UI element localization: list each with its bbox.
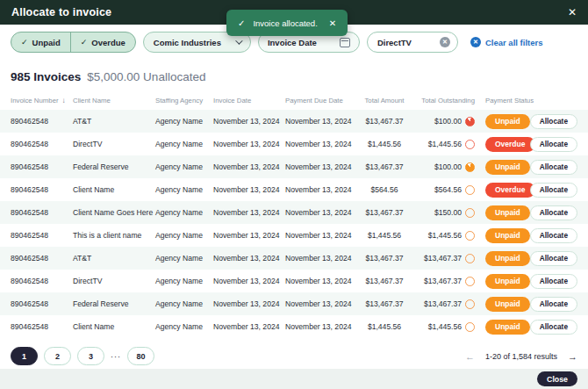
column-label: Invoice Number — [11, 97, 59, 104]
cell-invoice-number: 890462548 — [11, 231, 73, 240]
page-80-button[interactable]: 80 — [127, 347, 154, 365]
cell-invoice-date: November 13, 2024 — [213, 140, 285, 148]
cell-staffing-agency: Agency Name — [155, 140, 213, 148]
cell-total-amount: $1,445.56 — [357, 140, 412, 148]
cell-invoice-date: November 13, 2024 — [213, 185, 285, 194]
allocate-button[interactable]: Allocate — [530, 297, 577, 312]
cell-invoice-date: November 13, 2024 — [213, 322, 285, 331]
cell-total-outstanding: $1,445.56 — [412, 140, 475, 149]
cell-total-amount: $1,445.56 — [357, 322, 412, 331]
search-filter-chip[interactable]: DirectTV ✕ — [367, 32, 458, 53]
cell-client-name: AT&T — [73, 117, 155, 126]
table-row: 890462548 DirectTV Agency Name November … — [0, 270, 588, 292]
outstanding-value: $13,467.37 — [424, 254, 462, 263]
cell-payment-due-date: November 13, 2024 — [285, 185, 357, 194]
cell-invoice-number: 890462548 — [11, 299, 73, 308]
allocate-button[interactable]: Allocate — [530, 160, 577, 175]
outstanding-value: $564.56 — [434, 185, 462, 194]
status-badge: Unpaid — [485, 160, 530, 175]
page-ellipsis: ··· — [111, 352, 121, 361]
cell-invoice-number: 890462548 — [11, 162, 73, 171]
cell-payment-due-date: November 13, 2024 — [285, 322, 357, 331]
table-row: 890462548 Federal Reserve Agency Name No… — [0, 292, 588, 315]
column-client-name: Client Name — [73, 97, 155, 104]
outstanding-progress-icon — [465, 231, 475, 241]
unallocated-amount: $5,000.00 Unallocated — [87, 70, 205, 83]
close-button[interactable]: Close — [537, 371, 577, 386]
filter-unpaid[interactable]: ✓ Unpaid — [11, 32, 70, 52]
cell-allocate: Allocate — [541, 297, 577, 312]
outstanding-progress-icon — [465, 185, 475, 195]
cell-invoice-date: November 13, 2024 — [213, 254, 285, 263]
cell-payment-due-date: November 13, 2024 — [285, 117, 357, 126]
cell-invoice-number: 890462548 — [11, 277, 73, 285]
toast-close-icon[interactable]: ✕ — [329, 18, 336, 28]
allocate-button[interactable]: Allocate — [530, 274, 577, 289]
cell-payment-due-date: November 13, 2024 — [285, 277, 357, 285]
cell-payment-due-date: November 13, 2024 — [285, 299, 357, 308]
calendar-icon — [340, 38, 350, 47]
allocate-button[interactable]: Allocate — [530, 251, 577, 266]
allocate-button[interactable]: Allocate — [530, 320, 577, 335]
column-payment-due-date: Payment Due Date — [285, 97, 357, 104]
pagination: 1 2 3 ··· 80 ← 1-20 of 1,584 results → — [0, 338, 588, 365]
client-dropdown-value: Comic Industries — [154, 38, 221, 47]
cell-payment-due-date: November 13, 2024 — [285, 254, 357, 263]
cell-allocate: Allocate — [541, 251, 577, 266]
cell-total-outstanding: $100.00 — [412, 162, 475, 172]
cell-client-name: Client Name — [73, 185, 155, 194]
previous-page-icon[interactable]: ← — [465, 351, 475, 362]
clear-filters-label: Clear all filters — [485, 38, 542, 47]
cell-allocate: Allocate — [541, 320, 577, 335]
cell-total-amount: $13,467.37 — [357, 277, 412, 285]
allocate-button[interactable]: Allocate — [530, 137, 577, 152]
allocate-button[interactable]: Allocate — [530, 228, 577, 243]
allocate-button[interactable]: Allocate — [530, 205, 577, 220]
status-badge: Unpaid — [485, 274, 530, 289]
column-invoice-date: Invoice Date — [213, 97, 285, 104]
cell-total-outstanding: $150.00 — [412, 208, 475, 218]
outstanding-value: $1,445.56 — [428, 231, 462, 240]
invoice-summary: 985 Invoices $5,000.00 Unallocated — [0, 60, 588, 90]
outstanding-progress-icon — [465, 140, 475, 149]
clear-all-filters[interactable]: ✕ Clear all filters — [470, 37, 542, 47]
cell-client-name: Client Name — [73, 322, 155, 331]
results-count: 1-20 of 1,584 results — [485, 352, 557, 361]
cell-total-amount: $13,467.37 — [357, 117, 412, 126]
table-row: 890462548 AT&T Agency Name November 13, … — [0, 247, 588, 270]
allocate-button[interactable]: Allocate — [530, 183, 577, 198]
status-badge: Overdue — [485, 137, 535, 152]
cell-staffing-agency: Agency Name — [155, 208, 213, 217]
cell-staffing-agency: Agency Name — [155, 162, 213, 171]
table-row: 890462548 This is a client name Agency N… — [0, 224, 588, 247]
cell-staffing-agency: Agency Name — [155, 322, 213, 331]
cell-payment-due-date: November 13, 2024 — [285, 140, 357, 148]
cell-client-name: Federal Reserve — [73, 299, 155, 308]
page-2-button[interactable]: 2 — [44, 347, 71, 365]
modal-footer: Close — [0, 369, 588, 389]
table-row: 890462548 Federal Reserve Agency Name No… — [0, 155, 588, 178]
filter-overdue[interactable]: ✓ Overdue — [70, 32, 135, 52]
cell-invoice-date: November 13, 2024 — [213, 208, 285, 217]
cell-total-amount: $13,467.37 — [357, 208, 412, 217]
cell-staffing-agency: Agency Name — [155, 117, 213, 126]
outstanding-value: $13,467.37 — [424, 299, 462, 308]
page-1-button[interactable]: 1 — [11, 347, 38, 365]
cell-invoice-date: November 13, 2024 — [213, 299, 285, 308]
status-badge: Unpaid — [485, 228, 530, 243]
invoice-count: 985 Invoices — [11, 70, 81, 83]
next-page-icon[interactable]: → — [568, 351, 577, 362]
page-3-button[interactable]: 3 — [77, 347, 104, 365]
cell-invoice-number: 890462548 — [11, 208, 73, 217]
cell-invoice-date: November 13, 2024 — [213, 117, 285, 126]
modal-close-icon[interactable]: ✕ — [568, 7, 577, 18]
cell-invoice-number: 890462548 — [11, 185, 73, 194]
column-invoice-number[interactable]: Invoice Number ↓ — [11, 97, 73, 104]
cell-client-name: AT&T — [73, 254, 155, 263]
cell-total-amount: $13,467.37 — [357, 162, 412, 171]
cell-total-amount: $564.56 — [357, 185, 412, 194]
remove-filter-icon[interactable]: ✕ — [440, 37, 450, 47]
outstanding-progress-icon — [465, 117, 475, 126]
allocate-button[interactable]: Allocate — [530, 114, 577, 129]
cell-allocate: Allocate — [541, 114, 577, 129]
